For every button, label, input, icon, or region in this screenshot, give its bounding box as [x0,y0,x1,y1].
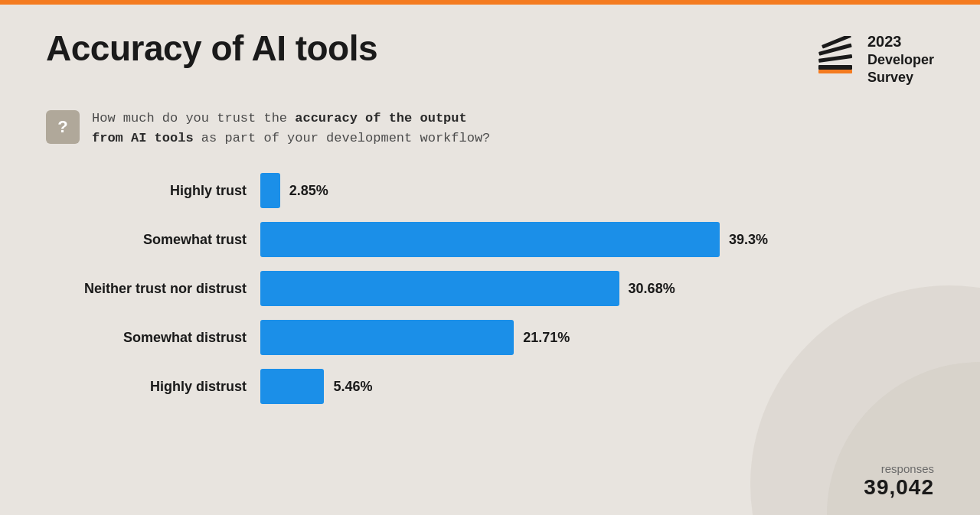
svg-rect-3 [818,54,852,63]
question-highlight: accuracy of the outputfrom AI tools [92,111,467,145]
bar-row: Neither trust nor distrust30.68% [61,271,919,306]
logo-area: 2023 Developer Survey [814,31,934,87]
bar-label: Highly distrust [61,379,260,395]
responses-area: responses 39,042 [864,462,934,500]
bar-fill [260,271,619,306]
bar-row: Highly distrust5.46% [61,369,919,404]
header: Accuracy of AI tools 2023 Developer Surv… [46,28,934,87]
responses-count: 39,042 [864,475,934,500]
bar-label: Somewhat trust [61,232,260,248]
bar-value: 2.85% [289,183,328,199]
bar-container: 5.46% [260,369,919,404]
bar-container: 39.3% [260,222,919,257]
bar-label: Highly trust [61,183,260,199]
question-mark: ? [57,117,67,137]
bar-label: Neither trust nor distrust [61,281,260,297]
question-block: ? How much do you trust the accuracy of … [46,109,934,149]
bar-value: 39.3% [729,232,768,248]
bar-fill [260,173,280,208]
bar-label: Somewhat distrust [61,330,260,346]
bar-value: 30.68% [629,281,675,297]
bar-value: 21.71% [523,330,570,346]
logo-line2: Survey [867,69,934,86]
logo-year: 2023 [867,31,934,51]
main-container: Accuracy of AI tools 2023 Developer Surv… [0,5,980,515]
stack-overflow-icon [814,36,857,82]
responses-label: responses [864,462,934,475]
bar-row: Somewhat trust39.3% [61,222,919,257]
bar-fill [260,320,514,355]
bar-container: 30.68% [260,271,919,306]
bar-fill [260,222,720,257]
bar-container: 2.85% [260,173,919,208]
svg-rect-6 [818,70,852,73]
bar-value: 5.46% [333,379,372,395]
chart-area: Highly trust2.85%Somewhat trust39.3%Neit… [46,173,934,404]
logo-line1: Developer [867,51,934,69]
logo-text: 2023 Developer Survey [867,31,934,87]
question-icon: ? [46,110,80,144]
page-title: Accuracy of AI tools [46,28,377,69]
svg-rect-2 [818,65,852,70]
bar-row: Somewhat distrust21.71% [61,320,919,355]
question-text: How much do you trust the accuracy of th… [92,109,490,149]
bar-container: 21.71% [260,320,919,355]
bar-row: Highly trust2.85% [61,173,919,208]
bar-fill [260,369,324,404]
